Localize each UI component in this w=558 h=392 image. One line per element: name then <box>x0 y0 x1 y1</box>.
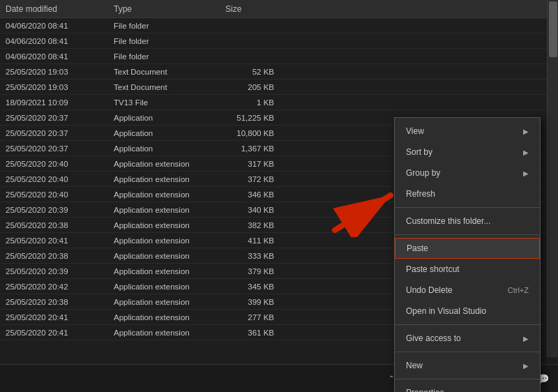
file-type: Application extension <box>114 221 225 229</box>
file-date: 25/05/2020 20:37 <box>6 144 114 153</box>
file-date: 25/05/2020 20:40 <box>6 160 114 168</box>
file-size: 379 KB <box>225 267 288 276</box>
file-size: 10,800 KB <box>225 129 288 137</box>
file-size: 51,225 KB <box>225 114 288 122</box>
col-header-size[interactable]: Size <box>225 4 288 14</box>
menu-item-label: Open in Visual Studio <box>406 306 486 316</box>
menu-separator <box>395 324 540 325</box>
tray-expand-icon[interactable]: ⌃ <box>389 375 394 382</box>
submenu-arrow-icon: ▶ <box>523 362 529 370</box>
menu-separator <box>395 352 540 352</box>
file-size: 1,367 KB <box>225 144 288 153</box>
menu-item-properties[interactable]: Properties <box>395 382 540 392</box>
file-type: Application extension <box>114 236 225 245</box>
file-date: 25/05/2020 20:40 <box>6 175 114 183</box>
submenu-arrow-icon: ▶ <box>523 169 529 177</box>
file-date: 25/05/2020 20:38 <box>6 252 114 260</box>
file-size: 205 KB <box>225 83 288 91</box>
file-type: Application extension <box>114 267 225 276</box>
file-type: Application extension <box>114 190 225 199</box>
menu-item-label: View <box>406 126 424 136</box>
file-size: 52 KB <box>225 68 288 76</box>
menu-separator <box>395 207 540 208</box>
menu-item-new[interactable]: New▶ <box>395 355 540 376</box>
file-date: 25/05/2020 20:40 <box>6 190 114 199</box>
menu-item-shortcut: Ctrl+Z <box>508 286 529 294</box>
file-type: Application <box>114 144 225 153</box>
file-size: 346 KB <box>225 190 288 199</box>
file-date: 04/06/2020 08:41 <box>6 37 114 45</box>
menu-item-label: Undo Delete <box>406 285 453 295</box>
table-row[interactable]: 04/06/2020 08:41 File folder <box>0 49 558 64</box>
submenu-arrow-icon: ▶ <box>523 335 529 342</box>
menu-item-label: Properties <box>406 388 444 392</box>
menu-item-group-by[interactable]: Group by▶ <box>395 163 540 183</box>
col-header-date[interactable]: Date modified <box>6 4 114 14</box>
menu-item-refresh[interactable]: Refresh <box>395 183 540 204</box>
file-type: Application extension <box>114 175 225 183</box>
menu-item-sort-by[interactable]: Sort by▶ <box>395 142 540 163</box>
table-row[interactable]: 04/06/2020 08:41 File folder <box>0 33 558 49</box>
file-date: 25/05/2020 20:42 <box>6 282 114 291</box>
file-type: File folder <box>114 37 225 45</box>
file-type: Application extension <box>114 313 225 322</box>
file-date: 25/05/2020 20:38 <box>6 298 114 306</box>
context-menu: View▶Sort by▶Group by▶RefreshCustomize t… <box>394 117 541 392</box>
file-type: File folder <box>114 22 225 30</box>
file-size: 361 KB <box>225 329 288 337</box>
file-date: 04/06/2020 08:41 <box>6 22 114 30</box>
scrollbar-thumb[interactable] <box>549 1 557 57</box>
file-size: 340 KB <box>225 206 288 214</box>
file-date: 25/05/2020 20:37 <box>6 129 114 137</box>
file-type: TV13 File <box>114 98 225 107</box>
menu-item-view[interactable]: View▶ <box>395 121 540 142</box>
table-row[interactable]: 25/05/2020 19:03 Text Document 205 KB <box>0 80 558 95</box>
submenu-arrow-icon: ▶ <box>523 149 529 156</box>
file-date: 18/09/2021 10:09 <box>6 98 114 107</box>
file-date: 25/05/2020 19:03 <box>6 83 114 91</box>
file-date: 25/05/2020 20:39 <box>6 206 114 214</box>
file-size: 382 KB <box>225 221 288 229</box>
file-size: 317 KB <box>225 160 288 168</box>
file-size: 345 KB <box>225 282 288 291</box>
table-row[interactable]: 18/09/2021 10:09 TV13 File 1 KB <box>0 95 558 110</box>
col-header-type[interactable]: Type <box>114 4 225 14</box>
menu-item-paste-shortcut[interactable]: Paste shortcut <box>395 259 540 280</box>
file-date: 25/05/2020 19:03 <box>6 68 114 76</box>
menu-item-customize-this-folder[interactable]: Customize this folder... <box>395 211 540 232</box>
file-size: 372 KB <box>225 175 288 183</box>
file-type: File folder <box>114 52 225 61</box>
menu-item-label: Paste <box>407 243 428 253</box>
file-type: Text Document <box>114 68 225 76</box>
column-headers: Date modified Type Size <box>0 0 558 18</box>
file-type: Application extension <box>114 282 225 291</box>
file-size: 277 KB <box>225 313 288 322</box>
file-type: Application extension <box>114 329 225 337</box>
file-date: 25/05/2020 20:39 <box>6 267 114 276</box>
menu-item-open-in-visual-studio[interactable]: Open in Visual Studio <box>395 301 540 322</box>
menu-item-undo-delete[interactable]: Undo DeleteCtrl+Z <box>395 280 540 301</box>
menu-separator <box>395 379 540 379</box>
file-size: 333 KB <box>225 252 288 260</box>
submenu-arrow-icon: ▶ <box>523 128 529 135</box>
menu-item-paste[interactable]: Paste <box>395 238 540 259</box>
table-row[interactable]: 25/05/2020 19:03 Text Document 52 KB <box>0 64 558 80</box>
file-type: Application extension <box>114 206 225 214</box>
table-row[interactable]: 04/06/2020 08:41 File folder <box>0 18 558 33</box>
menu-item-label: Sort by <box>406 147 432 157</box>
file-date: 25/05/2020 20:41 <box>6 236 114 245</box>
menu-item-label: Paste shortcut <box>406 264 460 274</box>
scrollbar[interactable] <box>547 0 558 357</box>
file-date: 04/06/2020 08:41 <box>6 52 114 61</box>
menu-item-label: Group by <box>406 168 440 178</box>
menu-item-label: Customize this folder... <box>406 216 490 226</box>
file-type: Text Document <box>114 83 225 91</box>
menu-item-label: New <box>406 361 423 370</box>
file-date: 25/05/2020 20:38 <box>6 221 114 229</box>
file-type: Application extension <box>114 252 225 260</box>
file-size: 399 KB <box>225 298 288 306</box>
menu-item-label: Refresh <box>406 189 435 199</box>
file-size: 411 KB <box>225 236 288 245</box>
file-type: Application <box>114 129 225 137</box>
menu-item-give-access-to[interactable]: Give access to▶ <box>395 328 540 349</box>
